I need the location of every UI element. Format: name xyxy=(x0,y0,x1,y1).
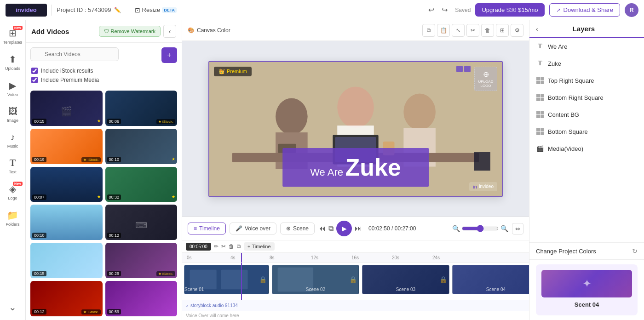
zuke-text: Zuke xyxy=(345,154,401,181)
sidebar-item-more[interactable]: ⌄ xyxy=(1,298,24,316)
zoom-slider[interactable] xyxy=(462,225,499,232)
duplicate-clip-button[interactable]: ⧉ xyxy=(237,243,241,250)
logo-image: invideo xyxy=(6,4,47,17)
left-sidebar: New ⊞ Templates ⬆ Uploads ▶ Video 🖼 Imag… xyxy=(0,20,26,320)
layer-item-we-are[interactable]: T We Are xyxy=(529,38,644,55)
scent-card[interactable]: ✦ Scent 04 xyxy=(536,264,638,315)
resize-icon[interactable]: ⤡ xyxy=(452,24,465,37)
istock-checkbox-row[interactable]: Include iStock results xyxy=(31,68,176,74)
download-share-button[interactable]: ↗ Download & Share xyxy=(549,3,620,17)
change-project-colors-button[interactable]: Change Project Colors ↻ xyxy=(529,242,644,259)
logo-new-badge: New xyxy=(13,182,22,186)
upload-button[interactable]: + xyxy=(161,47,177,63)
layer-item-bottom-right-square[interactable]: Bottom Right Square xyxy=(529,89,644,106)
user-avatar[interactable]: R xyxy=(625,3,638,17)
sidebar-item-music[interactable]: ♪ Music xyxy=(1,128,24,152)
search-input[interactable] xyxy=(30,47,119,61)
split-button[interactable]: ✂ xyxy=(221,243,226,250)
expand-button[interactable]: ⇔ xyxy=(512,223,523,234)
sidebar-item-folders[interactable]: 📁 Folders xyxy=(1,206,24,230)
premium-checkbox[interactable] xyxy=(31,77,38,83)
edit-clip-button[interactable]: ✏ xyxy=(214,243,218,250)
list-item[interactable]: 00:15 xyxy=(30,243,103,278)
add-to-timeline-button[interactable]: + Timeline xyxy=(244,242,275,251)
canvas-area: 🎨 Canvas Color ⧉ 📋 ⤡ ✂ 🗑 ⊞ ⚙ xyxy=(182,20,529,320)
redo-button[interactable]: ↪ xyxy=(439,4,450,16)
delete-icon[interactable]: 🗑 xyxy=(481,24,494,37)
list-item[interactable]: 🎬 00:15 ★ xyxy=(30,91,103,126)
remove-watermark-button[interactable]: 🛡 Remove Watermark xyxy=(99,26,161,37)
scent-section: ✦ Scent 04 xyxy=(529,259,644,320)
sidebar-item-templates[interactable]: New ⊞ Templates xyxy=(1,24,24,48)
music-note-icon: ♪ xyxy=(186,303,188,308)
topbar-divider xyxy=(52,5,52,16)
premium-badge: ★ xyxy=(97,116,101,124)
panel-toggle-button[interactable]: ‹ xyxy=(163,25,176,38)
canvas-color-button[interactable]: 🎨 Canvas Color xyxy=(188,27,230,34)
istock-checkbox[interactable] xyxy=(31,68,38,74)
list-item[interactable]: 00:06 ★ iStock. xyxy=(105,91,178,126)
upgrade-button[interactable]: Upgrade $30 $15/mo xyxy=(475,3,544,17)
skip-forward-button[interactable]: ⏭ xyxy=(355,224,362,233)
play-button[interactable]: ▶ xyxy=(336,221,352,236)
list-item[interactable]: 00:29 ★ iStock. xyxy=(105,243,178,278)
undo-button[interactable]: ↩ xyxy=(426,4,437,16)
copy-icon[interactable]: ⧉ xyxy=(422,24,435,37)
panel-collapse-button[interactable]: ‹ xyxy=(536,25,538,33)
scene-clip-4[interactable]: Scene 04 🔒 xyxy=(452,265,529,294)
list-item[interactable]: 00:07 ★ xyxy=(30,167,103,202)
list-item[interactable]: 00:12 ★ iStock. xyxy=(30,281,103,316)
sidebar-item-video[interactable]: ▶ Video xyxy=(1,76,24,101)
list-item[interactable]: ⌨ 00:12 xyxy=(105,205,178,240)
scene-tab[interactable]: ⊕ Scene xyxy=(280,223,315,234)
svg-rect-14 xyxy=(221,270,247,290)
audio-track: ♪ storyblock audio 91134 xyxy=(182,300,529,311)
list-item[interactable]: 00:59 xyxy=(105,281,178,316)
shape-layer-icon-3 xyxy=(536,110,544,119)
templates-label: Templates xyxy=(3,40,22,45)
copy-frame-button[interactable]: ⧉ xyxy=(328,224,334,233)
clip-edit-bar: 00:05:00 ✏ ✂ 🗑 ⧉ + Timeline xyxy=(182,240,529,253)
scene-clip-1[interactable]: Scene 01 🔒 xyxy=(184,265,269,294)
zoom-in-icon: 🔍 xyxy=(500,225,508,232)
media-panel: Add Videos 🛡 Remove Watermark ‹ 🔍 + Incl… xyxy=(26,20,182,320)
sidebar-item-image[interactable]: 🖼 Image xyxy=(1,103,24,126)
settings-icon[interactable]: ⚙ xyxy=(511,24,523,37)
right-panel-header: ‹ Layers xyxy=(529,20,644,38)
voiceover-tab[interactable]: 🎤 Voice over xyxy=(230,223,276,234)
premium-checkbox-row[interactable]: Include Premium Media xyxy=(31,77,176,83)
video-label: Video xyxy=(7,92,18,97)
list-item[interactable]: 00:10 xyxy=(30,205,103,240)
upload-logo-button[interactable]: ⊕ UPLOAD LOGO xyxy=(474,67,497,91)
timeline-tab[interactable]: ≡ Timeline xyxy=(188,223,226,234)
svg-rect-13 xyxy=(190,270,217,290)
sidebar-item-uploads[interactable]: ⬆ Uploads xyxy=(1,50,24,74)
logo-area: invideo xyxy=(6,4,47,17)
layer-item-zuke[interactable]: T Zuke xyxy=(529,55,644,72)
crop-icon[interactable]: ✂ xyxy=(466,24,479,37)
grid-icon[interactable]: ⊞ xyxy=(496,24,509,37)
delete-clip-button[interactable]: 🗑 xyxy=(229,243,234,250)
list-item[interactable]: 00:32 ★ xyxy=(105,167,178,202)
scene-clip-2[interactable]: Scene 02 🔒 xyxy=(272,265,359,294)
new-badge: New xyxy=(13,26,22,30)
play-controls: ⏮ ⧉ ▶ ⏭ 00:02:50 / 00:27:00 xyxy=(318,221,420,236)
resize-button[interactable]: ⊡ Resize BETA xyxy=(135,6,177,14)
list-item[interactable]: 00:19 ★ iStock. xyxy=(30,129,103,164)
lock-icon: 🔒 xyxy=(259,276,267,283)
layer-item-bottom-square[interactable]: Bottom Square xyxy=(529,123,644,140)
purple-square-2 xyxy=(464,66,471,72)
text-overlay-bar: We Are Zuke xyxy=(282,148,429,187)
scene-clip-3[interactable]: Scene 03 🔒 xyxy=(362,265,449,294)
layer-item-top-right-square[interactable]: Top Right Square xyxy=(529,72,644,89)
canvas-overlay: 👑 Premium ⊕ UPLOAD LOGO xyxy=(209,62,502,196)
sidebar-item-text[interactable]: T Text xyxy=(1,154,24,178)
canvas-frame[interactable]: 👑 Premium ⊕ UPLOAD LOGO xyxy=(208,61,503,197)
layer-item-media-video[interactable]: 🎬 Media(Video) xyxy=(529,140,644,157)
paste-icon[interactable]: 📋 xyxy=(437,24,450,37)
list-item[interactable]: 00:10 ★ xyxy=(105,129,178,164)
edit-project-icon[interactable]: ✏️ xyxy=(114,7,121,13)
skip-back-button[interactable]: ⏮ xyxy=(318,224,326,233)
sidebar-item-logo[interactable]: New ◈ Logo xyxy=(1,180,24,204)
layer-item-content-bg[interactable]: Content BG xyxy=(529,106,644,123)
